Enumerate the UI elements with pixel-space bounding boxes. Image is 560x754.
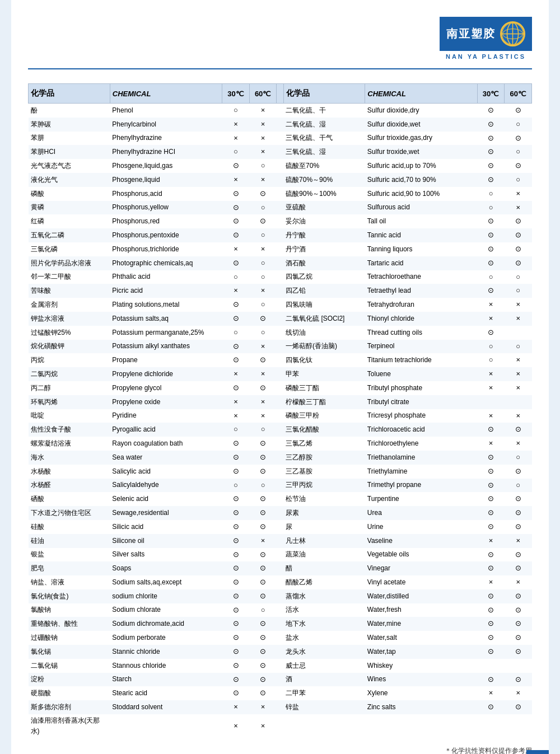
left-col-2: ⊙ [222,561,250,575]
right-col-4: × [505,201,532,215]
right-col-2: Sulfur dioxide,dry [365,104,477,118]
left-col-0: 硅酸 [29,520,110,534]
right-col-2: Tall oil [365,214,477,228]
left-col-0: 斯多德尔溶剂 [29,700,110,714]
left-col-3: ⊙ [249,451,277,465]
right-col-2: Vinyl acetate [365,575,477,589]
left-col-2: ⊙ [222,353,250,367]
right-col-4: ⊙ [505,645,532,659]
left-col-0: 三氯化磷 [29,242,110,256]
right-col-1: 三氧化硫、干气 [283,132,365,146]
right-col-0 [277,492,283,506]
right-col-4 [505,659,532,673]
left-col-2: ⊙ [222,201,250,215]
right-col-0 [277,326,283,340]
right-col-2: Toluene [365,367,477,381]
right-col-2: Sulfuric acid,up to 70% [365,159,477,173]
right-col-3 [477,714,505,738]
table-row: 丙烷Propane⊙⊙四氯化钛Titanium tetrachloride○× [29,353,532,367]
right-col-4: × [505,575,532,589]
right-col-1: 妥尔油 [283,214,365,228]
right-col-1: 二甲苯 [283,686,365,700]
right-col-1: 亚硫酸 [283,201,365,215]
right-col-2: Sulfurous acid [365,201,477,215]
right-col-4: ○ [505,340,532,354]
right-col-3: ⊙ [477,159,505,173]
right-col-4: × [505,298,532,312]
right-col-0 [277,367,283,381]
col-header-60c-1: 60℃ [249,84,277,104]
right-col-0 [277,284,283,298]
left-col-2: ⊙ [222,437,250,451]
right-col-4: ⊙ [505,465,532,479]
right-col-0 [277,228,283,242]
table-row: 斯多德尔溶剂Stoddard solvent××锌盐Zinc salts⊙⊙ [29,700,532,714]
right-col-1: 三甲丙烷 [283,479,365,493]
table-row: 邻一苯二甲酸Phthalic acid○○四氯乙烷Tetrachloroetha… [29,270,532,284]
right-col-1: 三氯化醋酸 [283,423,365,437]
right-col-0 [277,214,283,228]
right-col-0 [277,700,283,714]
right-col-0 [277,423,283,437]
left-col-2: ⊙ [222,492,250,506]
right-col-1: 锌盐 [283,700,365,714]
right-col-2: Tetrachloroethane [365,270,477,284]
left-col-2: ⊙ [222,617,250,631]
right-col-4: ⊙ [505,617,532,631]
left-col-1: Selenic acid [110,492,222,506]
left-col-2: ⊙ [222,451,250,465]
right-col-4: × [505,437,532,451]
right-col-4: × [505,312,532,326]
right-col-0 [277,132,283,146]
left-col-3: × [249,284,277,298]
table-row: 照片化学药品水溶液Photographic chemicals,aq⊙○酒石酸T… [29,256,532,270]
right-col-2: Tributyl phosphate [365,381,477,395]
left-col-3: ○ [249,326,277,340]
left-col-0: 液化光气 [29,173,110,187]
left-col-1: Propylene oxide [110,395,222,409]
right-col-3 [477,395,505,409]
left-col-0: 红磷 [29,214,110,228]
right-col-0 [277,631,283,645]
right-col-1: 线切油 [283,326,365,340]
right-col-4: × [505,187,532,201]
right-col-2: Titanium tetrachloride [365,353,477,367]
table-row: 酚Phenol○×二氧化硫、干Sulfur dioxide,dry⊙⊙ [29,104,532,118]
right-col-4: ⊙ [505,214,532,228]
left-col-2: × [222,409,250,423]
right-col-0 [277,270,283,284]
page-header: 南亚塑胶 NAN YA PLASTICS [28,11,532,69]
left-col-2: × [222,242,250,256]
right-col-0 [277,645,283,659]
left-col-0: 硅油 [29,534,110,548]
left-col-3: ⊙ [249,575,277,589]
right-col-3: ⊙ [477,700,505,714]
right-col-3: × [477,312,505,326]
right-col-3: × [477,381,505,395]
left-col-2: ○ [222,145,250,159]
left-col-2: ○ [222,270,250,284]
left-col-3: ⊙ [249,465,277,479]
left-col-1: Sodium salts,aq,except [110,575,222,589]
right-col-4: ○ [505,145,532,159]
right-col-4: ⊙ [505,589,532,603]
left-col-3: ○ [249,603,277,617]
left-col-1: Salicylic acid [110,465,222,479]
left-col-1: Stearic acid [110,686,222,700]
left-col-2: ⊙ [222,575,250,589]
left-col-0: 吡啶 [29,409,110,423]
col-header-cn2: 化学品 [283,84,365,104]
right-col-3: ○ [477,187,505,201]
right-col-2: Triethylamine [365,465,477,479]
right-col-1: 威士忌 [283,659,365,673]
right-col-1: 丹宁酸 [283,228,365,242]
left-col-2: × [222,118,250,132]
table-row: 光气液态气态Phosgene,liquid,gas⊙○硫酸至70%Sulfuri… [29,159,532,173]
right-col-4: ○ [505,173,532,187]
table-row: 吡啶Pyridine××磷酸三甲粉Tricresyl phosphate×× [29,409,532,423]
right-col-1: 龙头水 [283,645,365,659]
left-col-0: 银盐 [29,548,110,562]
table-row: 黄磷Phosphorus,yellow⊙○亚硫酸Sulfurous acid○× [29,201,532,215]
right-col-3: ⊙ [477,479,505,493]
right-col-2: Trimethyl propane [365,479,477,493]
